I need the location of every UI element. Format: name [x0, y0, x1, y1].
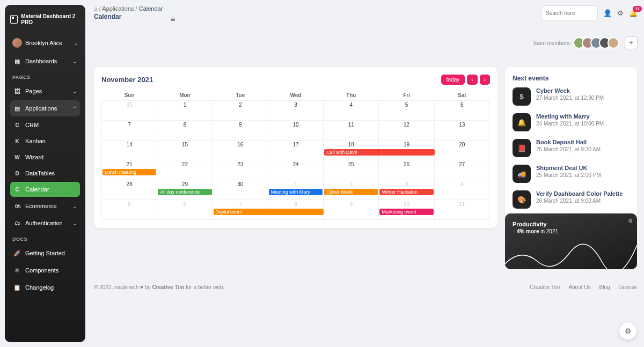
calendar-cell[interactable]: 9 — [324, 200, 379, 220]
footer-link[interactable]: License — [619, 284, 637, 290]
section-pages: PAGES — [10, 70, 80, 82]
calendar-cell[interactable]: 4 — [324, 101, 379, 121]
bell-icon[interactable]: 🔔11 — [629, 9, 638, 17]
calendar-cell[interactable]: 7Digital event — [213, 200, 268, 220]
footer-copy: © 2022, made with ♥ by Creative Tim for … — [94, 284, 224, 290]
calendar-cell[interactable]: 11 — [434, 200, 489, 220]
account-icon[interactable]: 👤 — [603, 9, 612, 17]
calendar-event[interactable]: Call with Dave — [324, 149, 435, 156]
changelog-icon: 📋 — [13, 284, 21, 291]
calendar-cell[interactable]: 24 — [268, 160, 323, 180]
calendar-cell[interactable]: 25 — [324, 160, 379, 180]
calendar-cell[interactable]: 3Winter Hackaton — [379, 180, 434, 200]
calendar-event[interactable]: Cyber Week — [324, 189, 378, 195]
calendar-cell[interactable]: 23 — [213, 160, 268, 180]
calendar-cell[interactable]: 8 — [157, 121, 213, 141]
calendar-event[interactable]: Meeting with Mary — [269, 189, 323, 195]
prev-button[interactable]: ‹ — [467, 75, 477, 85]
nav-changelog[interactable]: 📋Changelog — [10, 279, 80, 296]
calendar-cell[interactable]: 13 — [434, 121, 489, 141]
calendar-cell[interactable]: 18Call with Dave — [324, 141, 379, 160]
calendar-event[interactable]: Digital event — [214, 209, 324, 215]
nav-crm[interactable]: CCRM — [10, 117, 80, 132]
event-item[interactable]: 🎨Verify Dashboard Color Palette26 March … — [513, 190, 630, 209]
next-button[interactable]: › — [480, 75, 490, 85]
calendar-event[interactable]: Winter Hackaton — [379, 189, 433, 195]
rocket-icon: 🚀 — [13, 249, 21, 257]
nav-kanban[interactable]: KKanban — [10, 134, 80, 149]
calendar-event[interactable]: All day conference — [158, 189, 211, 195]
calendar-event[interactable]: Lunch meeting — [103, 169, 156, 175]
nav-calendar[interactable]: CCalendar — [10, 182, 80, 197]
nav-wizard[interactable]: WWizard — [10, 150, 80, 165]
cart-icon: 🛍 — [13, 202, 21, 210]
event-item[interactable]: $Cyber Week27 March 2021, at 12:30 PM — [513, 87, 630, 106]
nav-dashboards[interactable]: ▦ Dashboards ⌄ — [10, 53, 80, 69]
breadcrumb-home[interactable]: ⌂ — [94, 5, 98, 12]
event-item[interactable]: 📕Book Deposit Hall25 March 2021, at 9:30… — [513, 139, 630, 157]
calendar-cell[interactable]: 5 — [379, 101, 434, 121]
menu-toggle-icon[interactable]: ≡ — [171, 15, 175, 24]
calendar-cell[interactable]: 29All day conference — [157, 180, 213, 200]
calendar-cell[interactable]: 14 — [102, 141, 157, 160]
nav-ecommerce[interactable]: 🛍 Ecommerce ⌄ — [10, 198, 80, 214]
calendar-cell[interactable]: 6 — [157, 200, 213, 220]
footer-link[interactable]: Creative Tim — [530, 284, 560, 290]
event-name: Book Deposit Hall — [536, 139, 601, 145]
calendar-cell[interactable]: 9 — [213, 121, 268, 141]
calendar-cell[interactable]: 10 — [268, 121, 323, 141]
user-menu[interactable]: Brooklyn Alice ⌄ — [10, 34, 80, 52]
calendar-cell[interactable]: 17 — [268, 141, 323, 160]
gear-icon[interactable]: ⚙ — [628, 218, 633, 224]
calendar-cell[interactable]: 26 — [379, 160, 434, 180]
calendar-cell[interactable]: 20 — [434, 141, 489, 160]
day-header: Sun — [102, 90, 157, 101]
event-item[interactable]: 🚚Shipment Deal UK25 March 2021, at 2:00 … — [513, 165, 630, 183]
event-date: 24 March 2021, at 10:00 PM — [536, 121, 604, 127]
calendar-cell[interactable]: 4 — [434, 180, 489, 200]
calendar-cell[interactable]: 6 — [434, 101, 489, 121]
calendar-cell[interactable]: 15 — [157, 141, 213, 160]
calendar-event[interactable]: Marketing event — [379, 209, 433, 215]
avatar[interactable] — [608, 37, 619, 49]
calendar-cell[interactable]: 1 — [157, 101, 213, 121]
calendar-cell[interactable]: 31 — [102, 101, 157, 121]
calendar-cell[interactable]: 3 — [268, 101, 323, 121]
footer-link[interactable]: About Us — [568, 284, 590, 290]
brand[interactable]: Material Dashboard 2 PRO — [10, 11, 80, 32]
calendar-cell[interactable]: 2 — [213, 101, 268, 121]
calendar-cell[interactable]: 2Cyber Week — [324, 180, 379, 200]
calendar-cell[interactable]: 12 — [379, 121, 434, 141]
search-input[interactable] — [541, 5, 598, 20]
today-button[interactable]: today — [441, 75, 465, 85]
nav-getting-started[interactable]: 🚀Getting Started — [10, 245, 80, 261]
nav-datatables[interactable]: DDataTables — [10, 166, 80, 181]
settings-fab[interactable]: ⚙ — [619, 322, 636, 339]
nav-applications[interactable]: ▤ Applications ⌃ — [10, 100, 80, 116]
nav-components[interactable]: ⚛Components — [10, 262, 80, 278]
calendar-cell[interactable]: 21Lunch meeting — [102, 160, 157, 180]
gear-icon[interactable]: ⚙ — [617, 9, 624, 17]
calendar-cell[interactable]: 22 — [157, 160, 213, 180]
add-member-button[interactable]: + — [625, 36, 638, 49]
calendar-cell[interactable]: 28 — [102, 180, 157, 200]
productivity-delta: ↑ 4% more in 2021 — [513, 228, 630, 234]
calendar-cell[interactable]: 11 — [324, 121, 379, 141]
calendar-cell[interactable]: 16 — [213, 141, 268, 160]
event-item[interactable]: 🔔Meeting with Marry24 March 2021, at 10:… — [513, 113, 630, 131]
pages-icon: 🖼 — [13, 87, 21, 95]
breadcrumb-l1[interactable]: Applications — [102, 5, 134, 12]
chevron-up-icon: ⌃ — [72, 106, 77, 112]
nav-auth[interactable]: 🗂 Authentication ⌄ — [10, 215, 80, 231]
calendar-cell[interactable]: 1Meeting with Mary — [268, 180, 323, 200]
calendar-cell[interactable]: 5 — [102, 200, 157, 220]
team-row: Team members: + — [532, 36, 638, 49]
calendar-cell[interactable]: 10Marketing event — [379, 200, 434, 220]
calendar-cell[interactable]: 27 — [434, 160, 489, 180]
nav-pages[interactable]: 🖼 Pages ⌄ — [10, 83, 80, 99]
calendar-cell[interactable]: 7 — [102, 121, 157, 141]
footer-link[interactable]: Blog — [599, 284, 610, 290]
chevron-down-icon: ⌄ — [72, 58, 77, 64]
nav-label: Getting Started — [25, 250, 65, 256]
calendar-cell[interactable]: 30 — [213, 180, 268, 200]
